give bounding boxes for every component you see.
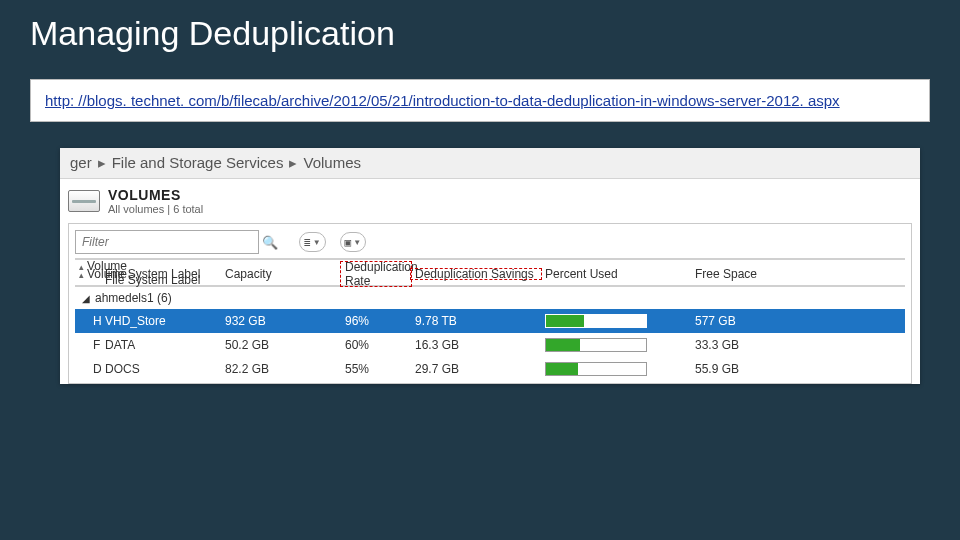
cell-percent-used bbox=[541, 314, 691, 328]
cell-volume: F: bbox=[75, 338, 101, 352]
group-row[interactable]: ◢ ahmedels1 (6) bbox=[75, 287, 905, 309]
server-manager-window: ger▸File and Storage Services▸Volumes VO… bbox=[60, 148, 920, 384]
usage-bar bbox=[545, 362, 647, 376]
cell-label: VHD_Store bbox=[101, 314, 221, 328]
breadcrumb-seg-2[interactable]: File and Storage Services bbox=[112, 154, 284, 171]
cell-dedup-rate: 96% bbox=[341, 314, 411, 328]
cell-capacity: 932 GB bbox=[221, 314, 341, 328]
disclosure-triangle-icon[interactable]: ◢ bbox=[77, 293, 95, 304]
save-options-button[interactable]: ▣ ▼ bbox=[340, 232, 367, 252]
table-row[interactable]: H:VHD_Store932 GB96%9.78 TB577 GB bbox=[75, 309, 905, 333]
group-name: ahmedels1 (6) bbox=[95, 291, 172, 305]
chevron-right-icon: ▸ bbox=[92, 154, 112, 171]
col-free-header[interactable]: Free Space bbox=[691, 267, 821, 281]
col-volume-header[interactable]: Volume bbox=[75, 267, 101, 281]
col-label-header[interactable]: File System Label bbox=[101, 267, 221, 281]
cell-dedup-savings: 16.3 GB bbox=[411, 338, 541, 352]
cell-percent-used bbox=[541, 338, 691, 352]
section-subtitle: All volumes | 6 total bbox=[108, 203, 203, 215]
cell-free: 55.9 GB bbox=[691, 362, 821, 376]
volumes-panel: 🔍 ≣ ▼ ▣ ▼ Volume File System Label Capac… bbox=[68, 223, 912, 384]
cell-free: 33.3 GB bbox=[691, 338, 821, 352]
cell-dedup-savings: 9.78 TB bbox=[411, 314, 541, 328]
reference-url-box: http: //blogs. technet. com/b/filecab/ar… bbox=[30, 79, 930, 122]
table-row[interactable]: D:DOCS82.2 GB55%29.7 GB55.9 GB bbox=[75, 357, 905, 381]
filter-input[interactable] bbox=[75, 230, 259, 254]
cell-label: DOCS bbox=[101, 362, 221, 376]
usage-bar bbox=[545, 338, 647, 352]
usage-bar bbox=[545, 314, 647, 328]
breadcrumb-seg-3[interactable]: Volumes bbox=[303, 154, 361, 171]
breadcrumb-seg-1[interactable]: ger bbox=[70, 154, 92, 171]
list-options-button[interactable]: ≣ ▼ bbox=[299, 232, 326, 252]
cell-dedup-rate: 55% bbox=[341, 362, 411, 376]
volumes-table: Volume File System Label Capacity Volume… bbox=[75, 258, 905, 381]
reference-url-link[interactable]: http: //blogs. technet. com/b/filecab/ar… bbox=[45, 92, 840, 109]
cell-dedup-savings: 29.7 GB bbox=[411, 362, 541, 376]
drive-icon bbox=[68, 190, 100, 212]
volumes-section-header: VOLUMES All volumes | 6 total bbox=[60, 179, 920, 219]
section-title: VOLUMES bbox=[108, 187, 203, 203]
search-icon[interactable]: 🔍 bbox=[259, 235, 281, 250]
cell-volume: D: bbox=[75, 362, 101, 376]
slide-title: Managing Deduplication bbox=[0, 0, 960, 59]
chevron-down-icon: ▼ bbox=[353, 238, 361, 247]
breadcrumb: ger▸File and Storage Services▸Volumes bbox=[60, 148, 920, 179]
toolbar: 🔍 ≣ ▼ ▣ ▼ bbox=[75, 230, 905, 258]
chevron-down-icon: ▼ bbox=[313, 238, 321, 247]
cell-volume: H: bbox=[75, 314, 101, 328]
cell-free: 577 GB bbox=[691, 314, 821, 328]
cell-capacity: 82.2 GB bbox=[221, 362, 341, 376]
cell-capacity: 50.2 GB bbox=[221, 338, 341, 352]
cell-label: DATA bbox=[101, 338, 221, 352]
save-icon: ▣ bbox=[345, 236, 352, 249]
cell-dedup-rate: 60% bbox=[341, 338, 411, 352]
col-percent-used-header[interactable]: Percent Used bbox=[541, 267, 691, 281]
col-dedup-rate-header[interactable]: Deduplication Rate bbox=[341, 260, 411, 288]
chevron-right-icon: ▸ bbox=[283, 154, 303, 171]
cell-percent-used bbox=[541, 362, 691, 376]
list-icon: ≣ bbox=[304, 236, 311, 249]
col-capacity-header[interactable]: Capacity bbox=[221, 267, 341, 281]
col-dedup-savings-header[interactable]: Deduplication Savings bbox=[411, 267, 541, 281]
table-row[interactable]: F:DATA50.2 GB60%16.3 GB33.3 GB bbox=[75, 333, 905, 357]
